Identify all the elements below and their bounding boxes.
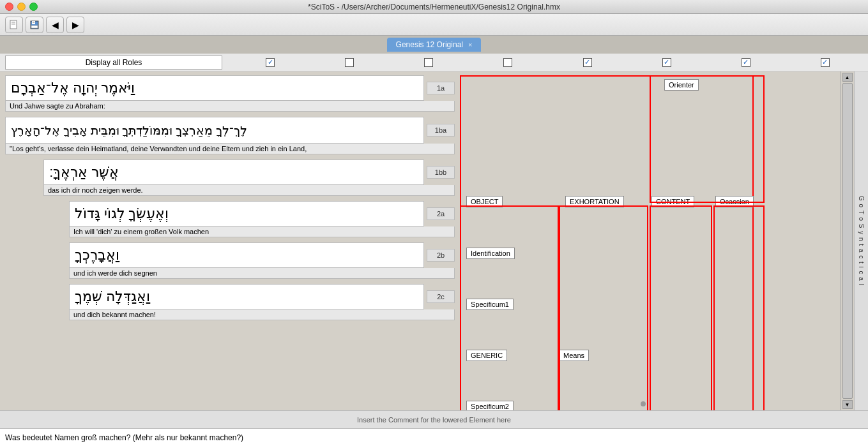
specificum2-box[interactable]: Specificum2 — [466, 401, 514, 410]
checkboxes-group: ✓ ✓ ✓ ✓ ✓ — [232, 58, 863, 67]
checkbox-8[interactable]: ✓ — [821, 58, 830, 67]
verse-1a-translation: Und Jahwe sagte zu Abraham: — [5, 101, 455, 112]
verse-2c: וַאֲגַדְּלָה שְׁמֶךָ 2c und dich bekannt… — [69, 284, 455, 320]
checkbox-8-box[interactable]: ✓ — [821, 58, 830, 67]
checkbox-7[interactable]: ✓ — [742, 58, 750, 67]
verse-2b: וַאֲבָרֶכְךָ 2b und ich werde dich segne… — [69, 242, 455, 279]
scroll-up-button[interactable]: ▲ — [842, 73, 853, 82]
verse-2c-translation: und dich bekannt machen! — [69, 309, 455, 320]
display-roles-button[interactable]: Display all Roles — [5, 56, 222, 70]
means-box[interactable]: Means — [559, 350, 589, 361]
specificum1-box[interactable]: Specificum1 — [466, 299, 514, 310]
save-icon — [29, 20, 40, 30]
content-box[interactable]: CONTENT — [651, 196, 694, 207]
comment-input-field[interactable] — [5, 433, 863, 442]
verse-1ba-hebrew: לֶךְ־לְךָ מֵאַרְצְךָ וּמִמּוֹלַדְתְּךָ ו… — [5, 117, 424, 144]
orienter-red-outline — [650, 75, 765, 203]
svg-rect-5 — [33, 22, 34, 23]
text-panel: וַיֹּאמֶר יְהוָה אֶל־אַבְרָם 1a Und Jahw… — [0, 71, 460, 410]
icon-button-1[interactable] — [5, 17, 23, 33]
scroll-indicator — [641, 401, 646, 406]
occasion-col-red-outline — [713, 205, 765, 410]
minimize-button[interactable] — [17, 3, 26, 11]
verse-2c-hebrew: וַאֲגַדְּלָה שְׁמֶךָ — [69, 284, 424, 309]
forward-button[interactable]: ▶ — [66, 17, 84, 33]
verse-2b-translation: und ich werde dich segnen — [69, 268, 455, 279]
checkbox-3-box[interactable] — [424, 58, 433, 67]
occasion-box[interactable]: Ocassion — [715, 196, 754, 207]
back-button[interactable]: ◀ — [46, 17, 64, 33]
verse-1bb: אֲשֶׁר אַרְאֶךָּ׃ 1bb das ich dir noch z… — [43, 160, 455, 196]
verse-1ba: לֶךְ־לְךָ מֵאַרְצְךָ וּמִמּוֹלַדְתְּךָ ו… — [5, 117, 455, 154]
identification-box[interactable]: Identification — [466, 248, 515, 259]
orienter-box[interactable]: Orienter — [664, 79, 699, 91]
comment-input-bar — [0, 428, 868, 446]
go-to-syntactical-label[interactable]: G o T o S y n t a c t i c a l — [854, 71, 868, 410]
save-button[interactable] — [26, 17, 43, 33]
close-button[interactable] — [5, 3, 13, 11]
window-controls[interactable] — [5, 3, 38, 11]
verse-1a: וַיֹּאמֶר יְהוָה אֶל־אַבְרָם 1a Und Jahw… — [5, 75, 455, 112]
verse-2a-id: 2a — [427, 207, 455, 220]
comment-bar: Insert the Comment for the lowered Eleme… — [0, 410, 868, 428]
forward-arrow-icon: ▶ — [72, 20, 79, 30]
checkbox-4-box[interactable] — [503, 58, 512, 67]
verse-2b-id: 2b — [427, 249, 455, 262]
back-arrow-icon: ◀ — [52, 20, 59, 30]
exhortation-box[interactable]: EXHORTATION — [565, 196, 624, 207]
scroll-thumb[interactable] — [842, 83, 853, 399]
verse-1a-hebrew: וַיֹּאמֶר יְהוָה אֶל־אַבְרָם — [5, 75, 424, 101]
checkbox-2-box[interactable] — [345, 58, 354, 67]
verse-1bb-hebrew: אֲשֶׁר אַרְאֶךָּ׃ — [43, 160, 424, 185]
generic-box[interactable]: GENERIC — [466, 350, 507, 361]
verse-1ba-id: 1ba — [427, 124, 455, 137]
verse-2c-id: 2c — [427, 290, 455, 303]
verse-1bb-translation: das ich dir noch zeigen werde. — [43, 185, 455, 196]
object-box[interactable]: OBJECT — [466, 196, 503, 207]
svg-rect-1 — [11, 22, 15, 23]
checkbox-1[interactable]: ✓ — [266, 58, 275, 67]
document-icon — [9, 20, 19, 30]
tab-close-icon[interactable]: × — [468, 41, 472, 48]
svg-rect-6 — [31, 26, 38, 28]
verse-1ba-translation: "Los geht's, verlasse dein Heimatland, d… — [5, 144, 455, 154]
toolbar: ◀ ▶ — [0, 14, 868, 36]
checkbox-3[interactable] — [424, 58, 433, 67]
main-scroll-area[interactable]: וַיֹּאמֶר יְהוָה אֶל־אַבְרָם 1a Und Jahw… — [0, 71, 840, 410]
tab-label: Genesis 12 Original — [396, 40, 463, 49]
checkbox-7-box[interactable]: ✓ — [742, 58, 750, 67]
checkbox-5-box[interactable]: ✓ — [583, 58, 592, 67]
tab-genesis[interactable]: Genesis 12 Original × — [387, 38, 482, 52]
controls-row: Display all Roles ✓ ✓ ✓ ✓ ✓ — [0, 54, 868, 71]
verse-2a-hebrew: וְאֶעֶשְׂךָ לְגוֹי גָּדוֹל — [69, 201, 424, 227]
svg-rect-2 — [11, 24, 15, 25]
comment-bar-text: Insert the Comment for the lowered Eleme… — [357, 416, 511, 424]
tab-bar: Genesis 12 Original × — [0, 36, 868, 54]
checkbox-2[interactable] — [345, 58, 354, 67]
side-label-text: G o T o S y n t a c t i c a l — [858, 196, 865, 286]
checkbox-1-box[interactable]: ✓ — [266, 58, 275, 67]
checkbox-6[interactable]: ✓ — [662, 58, 671, 67]
scroll-down-button[interactable]: ▼ — [842, 400, 853, 409]
annotation-panel: Orienter OBJECT EXHORTATION CONTENT Ocas… — [460, 71, 826, 410]
title-bar: *SciToS - /Users/Archer/Documents/Hermen… — [0, 0, 868, 14]
window-title: *SciToS - /Users/Archer/Documents/Hermen… — [308, 3, 560, 11]
scrollbar[interactable]: ▲ ▼ — [840, 71, 854, 410]
verse-2b-hebrew: וַאֲבָרֶכְךָ — [69, 242, 424, 268]
checkbox-6-box[interactable]: ✓ — [662, 58, 671, 67]
verse-1bb-id: 1bb — [427, 166, 455, 179]
verse-1a-id: 1a — [427, 82, 455, 94]
content-col-red-outline — [650, 205, 712, 410]
maximize-button[interactable] — [29, 3, 38, 11]
checkbox-5[interactable]: ✓ — [583, 58, 592, 67]
content-exhort-red-outline — [559, 205, 648, 410]
verse-2a: וְאֶעֶשְׂךָ לְגוֹי גָּדוֹל 2a Ich will '… — [69, 201, 455, 237]
verse-2a-translation: Ich will 'dich' zu einem großen Volk mac… — [69, 227, 455, 237]
checkbox-4[interactable] — [503, 58, 512, 67]
